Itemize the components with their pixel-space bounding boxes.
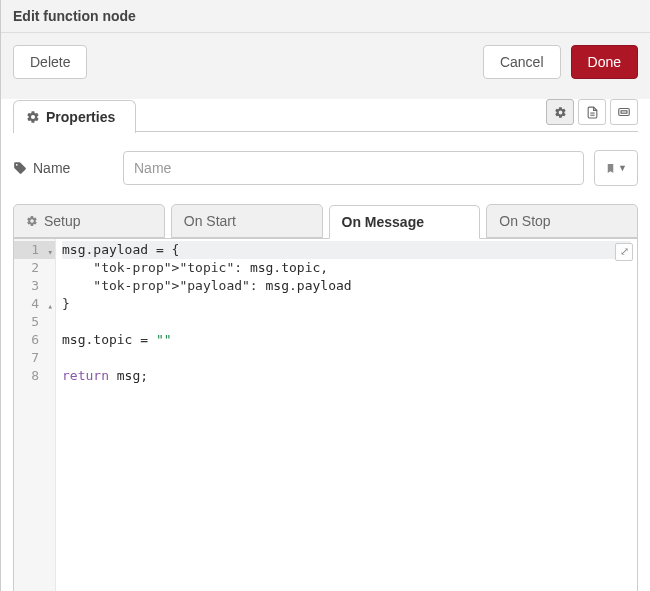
gutter-line: 2	[14, 259, 55, 277]
gutter-line: 7	[14, 349, 55, 367]
bookmark-icon	[605, 163, 616, 174]
gutter-line: 6	[14, 331, 55, 349]
expand-editor-button[interactable]: ⤢	[615, 243, 633, 261]
code-line[interactable]: msg.topic = ""	[62, 331, 631, 349]
code-line[interactable]: "tok-prop">"topic": msg.topic,	[62, 259, 631, 277]
gutter-line: 4▴	[14, 295, 55, 313]
header-title: Edit function node	[13, 8, 136, 24]
tag-icon	[13, 161, 27, 175]
code-line[interactable]	[62, 349, 631, 367]
node-settings-button[interactable]	[546, 99, 574, 125]
appearance-icon	[617, 105, 631, 119]
code-line[interactable]: return msg;	[62, 367, 631, 385]
tab-on-start[interactable]: On Start	[171, 204, 323, 238]
editor-tab-strip: Setup On Start On Message On Stop	[13, 204, 638, 238]
name-input[interactable]	[123, 151, 584, 185]
code-editor[interactable]: 1▾234▴5678 msg.payload = { "tok-prop">"t…	[13, 238, 638, 591]
caret-down-icon: ▼	[618, 163, 627, 173]
gutter-line: 8	[14, 367, 55, 385]
gear-icon	[26, 215, 38, 227]
gear-icon	[554, 106, 567, 119]
properties-tab-strip: Properties	[13, 99, 638, 132]
name-row: Name ▼	[13, 150, 638, 186]
code-line[interactable]: "tok-prop">"payload": msg.payload	[62, 277, 631, 295]
node-description-button[interactable]	[578, 99, 606, 125]
gutter-line: 5	[14, 313, 55, 331]
tab-on-start-label: On Start	[184, 213, 236, 229]
gear-icon	[26, 110, 40, 124]
code-line[interactable]	[62, 313, 631, 331]
tab-properties[interactable]: Properties	[13, 100, 136, 133]
svg-rect-2	[619, 109, 630, 116]
tab-on-stop-label: On Stop	[499, 213, 550, 229]
properties-tab-label: Properties	[46, 109, 115, 125]
cancel-button[interactable]: Cancel	[483, 45, 561, 79]
node-appearance-button[interactable]	[610, 99, 638, 125]
tab-on-stop[interactable]: On Stop	[486, 204, 638, 238]
done-button[interactable]: Done	[571, 45, 638, 79]
gutter-line: 3	[14, 277, 55, 295]
name-label: Name	[33, 160, 70, 176]
gutter-line: 1▾	[14, 241, 55, 259]
tab-setup[interactable]: Setup	[13, 204, 165, 238]
document-icon	[586, 106, 599, 119]
delete-button[interactable]: Delete	[13, 45, 87, 79]
editor-gutter: 1▾234▴5678	[14, 239, 56, 591]
tab-on-message-label: On Message	[342, 214, 424, 230]
code-line[interactable]: }	[62, 295, 631, 313]
tab-on-message[interactable]: On Message	[329, 205, 481, 239]
action-button-row: Delete Cancel Done	[1, 33, 650, 99]
editor-code-area[interactable]: msg.payload = { "tok-prop">"topic": msg.…	[56, 239, 637, 591]
svg-rect-3	[621, 111, 627, 113]
expand-icon: ⤢	[620, 243, 629, 261]
code-line[interactable]: msg.payload = {	[62, 241, 631, 259]
header-bar: Edit function node	[1, 0, 650, 33]
tab-setup-label: Setup	[44, 213, 81, 229]
icon-picker-button[interactable]: ▼	[594, 150, 638, 186]
